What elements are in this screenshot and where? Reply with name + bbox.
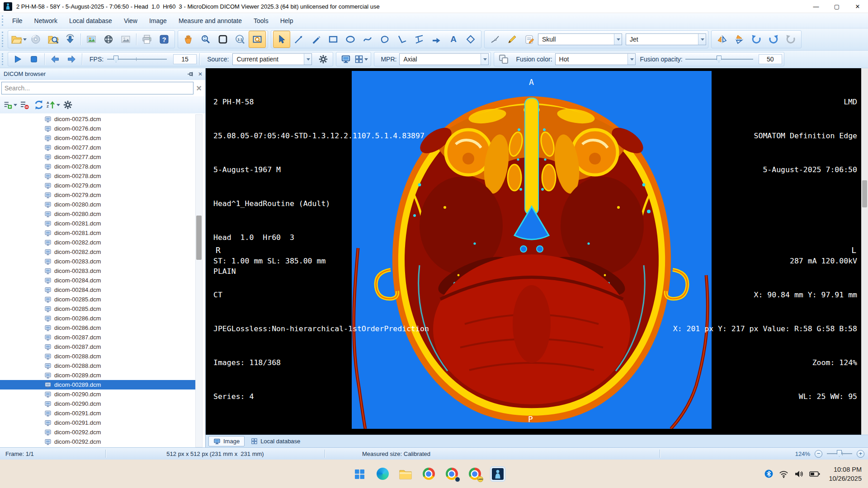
list-item[interactable]: dicom-00292.dcm [0,437,196,446]
volume-icon[interactable] [794,470,803,478]
list-item[interactable]: dicom-00286.dcm [0,323,196,333]
list-item[interactable]: dicom-00281.dcm [0,228,196,238]
close-button[interactable]: ✕ [847,0,868,13]
viewer-scrollbar-thumb[interactable] [862,180,867,207]
pin-icon[interactable] [185,69,195,79]
print-button[interactable] [138,31,156,48]
single-view-button[interactable] [338,52,354,66]
menu-view[interactable]: View [118,15,143,27]
chrome-profile2-icon[interactable] [444,466,459,482]
list-item[interactable]: dicom-00279.dcm [0,190,196,200]
start-button[interactable] [352,466,367,482]
add-series-button[interactable] [3,98,17,112]
fps-slider-thumb[interactable] [113,56,118,62]
window-preset-dropdown[interactable]: Skull [538,33,622,45]
window-level-line-button[interactable] [486,31,504,48]
rotate-left-button[interactable] [748,31,765,48]
list-item[interactable]: dicom-00276.dcm [0,124,196,133]
taskbar-clock[interactable]: 10:08 PM 10/26/2025 [829,465,862,483]
list-item[interactable]: dicom-00276.dcm [0,133,196,143]
list-item[interactable]: dicom-00287.dcm [0,342,196,352]
status-zoom-slider-thumb[interactable] [837,450,842,457]
list-item[interactable]: dicom-00290.dcm [0,389,196,399]
measure-line-tool-button[interactable] [290,31,307,48]
list-item[interactable]: dicom-00281.dcm [0,219,196,228]
menu-network[interactable]: Network [28,15,63,27]
stop-button[interactable] [26,52,42,66]
layout-grid-button[interactable] [354,52,369,66]
list-item[interactable]: dicom-00291.dcm [0,408,196,418]
menu-measure-annotate[interactable]: Measure and annotate [173,15,248,27]
panel-close-icon[interactable]: ✕ [195,69,205,79]
file-explorer-icon[interactable] [398,466,413,482]
play-button[interactable] [10,52,25,66]
list-item[interactable]: dicom-00289.dcm [0,380,196,389]
refresh-button[interactable] [32,98,46,112]
rotate-right-button[interactable] [765,31,782,48]
draw-line-tool-button[interactable] [307,31,325,48]
list-item[interactable]: dicom-00288.dcm [0,352,196,361]
list-item[interactable]: dicom-00283.dcm [0,257,196,266]
list-item[interactable]: dicom-00278.dcm [0,162,196,171]
list-item[interactable]: dicom-00288.dcm [0,361,196,371]
source-dropdown[interactable]: Current patient [232,53,312,65]
list-item[interactable]: dicom-00280.dcm [0,200,196,209]
previous-frame-button[interactable] [47,52,63,66]
magnify-region-button[interactable] [249,31,266,48]
flip-vertical-button[interactable] [731,31,748,48]
rectangle-tool-button[interactable] [325,31,342,48]
zoom-out-button[interactable]: − [815,450,822,458]
help-button[interactable]: ? [156,31,173,48]
chrome-icon[interactable] [421,466,436,482]
list-item[interactable]: dicom-00289.dcm [0,371,196,380]
minimize-button[interactable]: — [806,0,826,13]
zoom-tool-button[interactable] [197,31,214,48]
list-item[interactable]: dicom-00290.dcm [0,399,196,408]
fusion-opacity-slider[interactable] [685,56,753,63]
edge-icon[interactable] [375,466,390,482]
remove-series-button[interactable] [17,98,32,112]
export-video-button[interactable] [100,31,117,48]
pencil-tool-button[interactable] [504,31,521,48]
fps-slider[interactable] [107,56,167,63]
viewer-scrollbar[interactable] [861,68,868,435]
microdicom-taskbar-icon[interactable] [490,466,505,482]
list-item[interactable]: dicom-00275.dcm [0,114,196,124]
eraser-tool-button[interactable] [462,31,479,48]
list-item[interactable]: dicom-00284.dcm [0,285,196,295]
next-frame-button[interactable] [64,52,79,66]
polygon-tool-button[interactable] [376,31,393,48]
text-annotation-button[interactable]: A [445,31,462,48]
fusion-color-dropdown[interactable]: Hot [555,53,636,65]
scan-folder-button[interactable] [44,31,61,48]
flip-horizontal-button[interactable] [713,31,731,48]
tab-local-database[interactable]: Local database [246,436,305,446]
list-item[interactable]: dicom-00282.dcm [0,247,196,257]
arrow-annotation-button[interactable] [428,31,445,48]
list-item[interactable]: dicom-00277.dcm [0,143,196,152]
menu-local-database[interactable]: Local database [63,15,118,27]
cobb-angle-tool-button[interactable] [410,31,428,48]
menu-image[interactable]: Image [143,15,173,27]
menu-tools[interactable]: Tools [248,15,274,27]
rotate-180-button[interactable] [782,31,799,48]
export-image-button[interactable] [83,31,100,48]
search-input[interactable] [1,82,193,94]
angle-tool-button[interactable] [393,31,410,48]
list-item[interactable]: dicom-00283.dcm [0,266,196,276]
pan-tool-button[interactable] [180,31,197,48]
ellipse-tool-button[interactable] [342,31,359,48]
curve-tool-button[interactable] [359,31,376,48]
list-item[interactable]: dicom-00286.dcm [0,314,196,323]
browser-settings-button[interactable] [61,98,75,112]
dicom-receive-button[interactable] [61,31,79,48]
pointer-tool-button[interactable] [273,31,290,48]
list-item[interactable]: dicom-00280.dcm [0,209,196,219]
zoom-in-button[interactable]: + [857,450,864,458]
colormap-dropdown[interactable]: Jet [626,33,706,45]
list-item[interactable]: dicom-00292.dcm [0,427,196,437]
list-item[interactable]: dicom-00285.dcm [0,295,196,304]
actual-size-button[interactable]: 1:1 [231,31,249,48]
list-item[interactable]: dicom-00284.dcm [0,276,196,285]
file-list-scrollbar-thumb[interactable] [196,216,202,260]
